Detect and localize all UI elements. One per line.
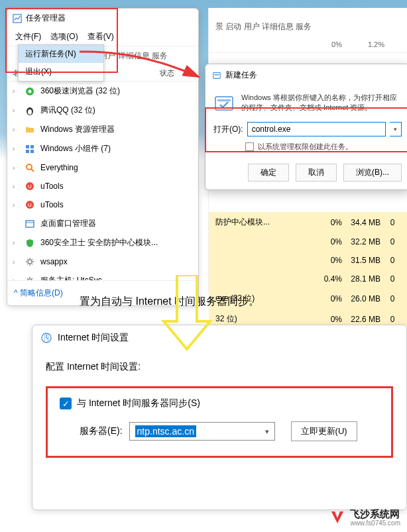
memory-mb: 31.5 MB bbox=[342, 256, 384, 265]
file-menu-dropdown: 运行新任务(N) 退出(X) bbox=[18, 44, 104, 81]
process-name: uTools bbox=[40, 182, 64, 191]
time-dialog-title: Internet 时间设置 bbox=[58, 332, 129, 344]
memory-mb: 26.0 MB bbox=[342, 294, 384, 303]
process-metrics-row[interactable]: 防护中心模块...0%34.4 MB0 bbox=[209, 212, 407, 233]
expand-icon[interactable]: › bbox=[13, 183, 19, 190]
expand-icon[interactable]: › bbox=[13, 126, 19, 133]
run-open-label: 打开(O): bbox=[213, 124, 243, 135]
svg-rect-26 bbox=[215, 97, 233, 110]
highlight-sync-group: ✓ 与 Internet 时间服务器同步(S) 服务器(E): ntp.ntsc… bbox=[46, 386, 393, 458]
col-status[interactable]: 状态 bbox=[160, 68, 193, 78]
task-manager-title: 任务管理器 bbox=[26, 13, 66, 24]
process-row[interactable]: ›Windows 小组件 (7) bbox=[7, 139, 198, 158]
process-row[interactable]: 桌面窗口管理器 bbox=[7, 214, 198, 233]
menu-options[interactable]: 选项(O) bbox=[46, 29, 82, 44]
sync-check-label: 与 Internet 时间服务器同步(S) bbox=[77, 398, 200, 409]
admin-checkbox[interactable] bbox=[245, 142, 254, 151]
disk-val: 0 bbox=[384, 218, 400, 227]
run-desc-icon bbox=[213, 93, 235, 114]
svg-rect-15 bbox=[26, 221, 34, 227]
expand-icon[interactable]: › bbox=[13, 239, 19, 246]
svg-text:U: U bbox=[28, 184, 32, 189]
cpu-pct: 0.4% bbox=[313, 274, 342, 284]
watermark-title: 飞沙系统网 bbox=[350, 509, 400, 520]
memory-mb: 22.6 MB bbox=[342, 315, 384, 324]
brief-info-link[interactable]: ^ 简略信息(D) bbox=[14, 288, 63, 297]
process-row[interactable]: ›Everything bbox=[7, 158, 198, 177]
cpu-pct: 0% bbox=[313, 218, 342, 227]
sync-checkbox[interactable]: ✓ bbox=[60, 398, 72, 409]
internet-time-dialog: Internet 时间设置 配置 Internet 时间设置: ✓ 与 Inte… bbox=[32, 325, 407, 510]
watermark: 飞沙系统网 www.fs0745.com bbox=[329, 509, 400, 527]
svg-rect-7 bbox=[26, 150, 29, 153]
widget-icon bbox=[25, 144, 35, 154]
process-name: Everything bbox=[40, 163, 78, 172]
run-description: Windows 将根据你所键入的名称，为你打开相应的程序、文件夹、文档或 Int… bbox=[241, 93, 402, 114]
expand-icon[interactable]: › bbox=[13, 87, 19, 95]
run-title: 新建任务 bbox=[225, 70, 257, 81]
process-row[interactable]: ›腾讯QQ (32 位) bbox=[7, 101, 198, 120]
menu-exit[interactable]: 退出(X) bbox=[19, 63, 103, 81]
disk-val: 0 bbox=[384, 315, 400, 324]
process-name: Windows 资源管理器 bbox=[40, 124, 115, 135]
disk-val: 0 bbox=[384, 274, 400, 284]
utools-icon: U bbox=[25, 181, 35, 191]
update-now-button[interactable]: 立即更新(U) bbox=[291, 421, 357, 441]
menu-view[interactable]: 查看(V) bbox=[84, 29, 118, 44]
cpu-pct: 0% bbox=[313, 294, 342, 303]
run-icon bbox=[212, 71, 221, 80]
svg-point-17 bbox=[28, 260, 32, 264]
task-manager-menubar: 文件(F) 选项(O) 查看(V) bbox=[7, 28, 198, 46]
svg-point-4 bbox=[28, 109, 32, 115]
shield-icon bbox=[25, 238, 35, 248]
process-row[interactable]: ›UuTools bbox=[7, 195, 198, 214]
process-list[interactable]: ›360极速浏览器 (32 位)›腾讯QQ (32 位)›Windows 资源管… bbox=[7, 81, 198, 280]
browser-icon bbox=[25, 86, 35, 97]
watermark-url: www.fs0745.com bbox=[350, 519, 400, 527]
task-manager-titlebar: 任务管理器 bbox=[7, 9, 198, 28]
memory-mb: 34.4 MB bbox=[342, 218, 384, 227]
expand-icon[interactable]: › bbox=[13, 107, 19, 114]
expand-icon[interactable]: › bbox=[13, 201, 19, 209]
server-value: ntp.ntsc.ac.cn bbox=[135, 425, 196, 437]
expand-icon[interactable]: › bbox=[13, 164, 19, 172]
ok-button[interactable]: 确定 bbox=[248, 164, 289, 182]
process-metrics-row[interactable]: 0%31.5 MB0 bbox=[209, 251, 407, 270]
cancel-button[interactable]: 取消 bbox=[296, 164, 337, 182]
disk-val: 0 bbox=[384, 237, 400, 246]
process-metrics-row[interactable]: 0.4%28.1 MB0 bbox=[209, 270, 407, 288]
menu-run-new-task[interactable]: 运行新任务(N) bbox=[19, 45, 103, 63]
process-row[interactable]: ›UuTools bbox=[7, 177, 198, 195]
process-row[interactable]: ›wsappx bbox=[7, 252, 198, 271]
expand-icon[interactable]: › bbox=[13, 258, 19, 266]
expand-icon[interactable]: › bbox=[13, 277, 19, 280]
browse-button[interactable]: 浏览(B)... bbox=[343, 164, 402, 182]
menu-file[interactable]: 文件(F) bbox=[11, 29, 45, 44]
process-name-partial: 防护中心模块... bbox=[215, 217, 313, 228]
task-manager-window: 任务管理器 文件(F) 选项(O) 查看(V) 运行新任务(N) 退出(X) —… bbox=[7, 8, 199, 306]
svg-rect-6 bbox=[30, 145, 34, 148]
search-icon bbox=[25, 162, 35, 173]
svg-line-10 bbox=[31, 169, 34, 172]
process-row[interactable]: ›服务主机: UtcSvc bbox=[7, 271, 198, 280]
svg-rect-25 bbox=[215, 74, 219, 75]
dropdown-icon[interactable]: ▾ bbox=[390, 122, 402, 136]
process-name: 桌面窗口管理器 bbox=[40, 218, 96, 229]
process-name: 服务主机: UtcSvc bbox=[40, 275, 102, 280]
process-row[interactable]: ›360安全卫士 安全防护中心模块... bbox=[7, 233, 198, 252]
process-metrics-row[interactable]: 0%32.2 MB0 bbox=[209, 233, 407, 251]
server-select[interactable]: ntp.ntsc.ac.cn ▾ bbox=[129, 422, 275, 441]
window-icon bbox=[25, 219, 35, 229]
run-open-input[interactable] bbox=[247, 122, 386, 136]
svg-point-18 bbox=[28, 279, 32, 281]
expand-icon[interactable]: › bbox=[13, 145, 19, 152]
time-titlebar: Internet 时间设置 bbox=[32, 325, 406, 350]
process-row[interactable]: ›Windows 资源管理器 bbox=[7, 120, 198, 139]
svg-point-9 bbox=[27, 164, 32, 170]
admin-check-label: 以系统管理权限创建此任务。 bbox=[258, 142, 353, 152]
process-name: uTools bbox=[40, 200, 64, 209]
globe-clock-icon bbox=[40, 332, 52, 344]
svg-rect-5 bbox=[26, 145, 29, 148]
process-row[interactable]: ›360极速浏览器 (32 位) bbox=[7, 81, 198, 101]
cpu-pct: 0% bbox=[313, 315, 342, 324]
